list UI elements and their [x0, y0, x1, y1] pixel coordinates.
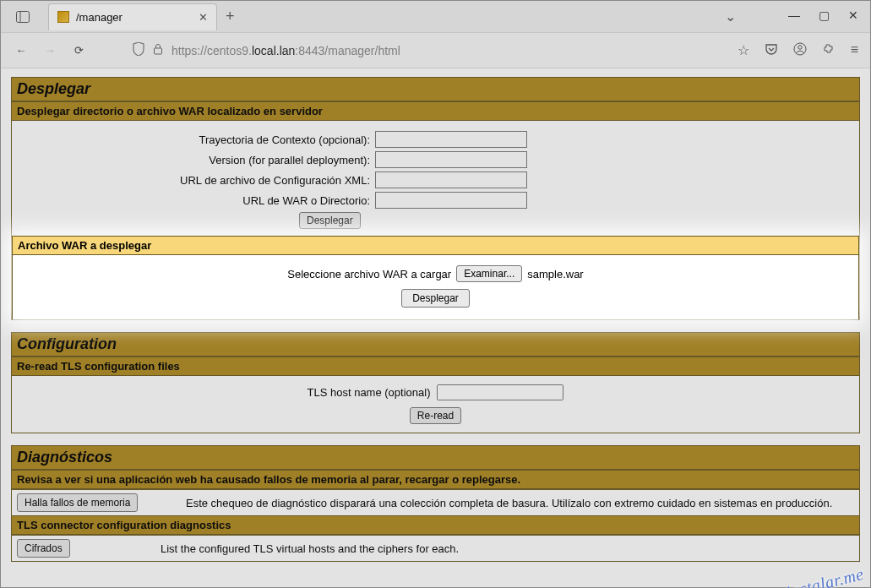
cipher-description: List the configured TLS virtual hosts an… — [155, 536, 859, 562]
svg-rect-0 — [17, 11, 30, 22]
find-leaks-button[interactable]: Halla fallos de memoria — [17, 493, 138, 512]
deploy-server-form: Trayectoria de Contexto (opcional): Vers… — [12, 121, 859, 236]
shield-icon — [133, 42, 144, 58]
war-upload-section: Archivo WAR a desplegar Seleccione archi… — [12, 236, 859, 319]
deploy-panel: Desplegar Desplegar directorio o archivo… — [11, 77, 860, 320]
reload-button[interactable]: ⟳ — [70, 44, 87, 57]
version-label: Version (for parallel deployment): — [20, 154, 375, 166]
new-tab-button[interactable]: + — [226, 8, 235, 25]
diag-sub1: Revisa a ver si una aplicación web ha ca… — [12, 470, 859, 489]
address-bar[interactable]: https://centos9.local.lan:8443/manager/h… — [133, 42, 400, 58]
table-row: Cifrados List the configured TLS virtual… — [12, 536, 859, 562]
tab-close-icon[interactable]: ✕ — [199, 11, 208, 24]
browser-window: /manager ✕ + ⌄ — ▢ ✕ ← → ⟳ https://cento… — [0, 0, 871, 588]
tls-host-input[interactable] — [437, 384, 563, 400]
context-path-label: Trayectoria de Contexto (opcional): — [20, 133, 375, 146]
page-content: Desplegar Desplegar directorio o archivo… — [1, 68, 870, 587]
maximize-button[interactable]: ▢ — [819, 8, 830, 24]
menu-icon[interactable]: ≡ — [851, 42, 858, 59]
tls-host-label: TLS host name (optional) — [308, 386, 431, 399]
back-button[interactable]: ← — [13, 44, 30, 57]
diag-sub2: TLS connector configuration diagnostics — [12, 515, 859, 535]
lock-icon — [153, 43, 163, 57]
forward-button[interactable]: → — [41, 44, 58, 57]
diag-table-2: Cifrados List the configured TLS virtual… — [12, 535, 859, 561]
diag-title: Diagnósticos — [12, 446, 859, 470]
deploy-server-subtitle: Desplegar directorio o archivo WAR local… — [12, 101, 859, 121]
close-window-button[interactable]: ✕ — [848, 8, 858, 24]
sidebar-toggle-icon[interactable] — [13, 7, 33, 27]
svg-point-4 — [798, 45, 801, 48]
diagnostics-panel: Diagnósticos Revisa a ver si una aplicac… — [11, 445, 860, 562]
war-select-label: Seleccione archivo WAR a cargar — [287, 268, 451, 280]
config-panel: Configuration Re-read TLS configuration … — [11, 332, 860, 433]
reread-button[interactable]: Re-read — [410, 407, 461, 424]
xml-url-input[interactable] — [375, 172, 527, 188]
titlebar: /manager ✕ + ⌄ — ▢ ✕ — [1, 1, 870, 33]
tab-favicon-icon — [57, 11, 69, 23]
browse-button[interactable]: Examinar... — [456, 265, 522, 282]
browser-tab[interactable]: /manager ✕ — [48, 3, 217, 30]
extensions-icon[interactable] — [822, 42, 836, 59]
tab-title: /manager — [76, 11, 122, 24]
config-subtitle: Re-read TLS configuration files — [12, 357, 859, 376]
context-path-input[interactable] — [375, 131, 527, 148]
selected-file-name: sample.war — [527, 268, 583, 280]
svg-rect-2 — [155, 48, 162, 54]
tab-overflow-icon[interactable]: ⌄ — [725, 8, 736, 24]
window-controls: ⌄ — ▢ ✕ — [725, 8, 870, 24]
leak-description: Este chequeo de diagnóstico disparará un… — [181, 490, 859, 516]
war-url-input[interactable] — [375, 192, 527, 209]
deploy-war-button[interactable]: Desplegar — [401, 289, 470, 308]
account-icon[interactable] — [793, 42, 807, 59]
minimize-button[interactable]: — — [788, 8, 800, 24]
url-text: https://centos9.local.lan:8443/manager/h… — [171, 44, 400, 57]
pocket-icon[interactable] — [765, 42, 778, 59]
table-row: Halla fallos de memoria Este chequeo de … — [12, 490, 859, 516]
bookmark-star-icon[interactable]: ☆ — [738, 42, 749, 59]
xml-url-label: URL de archivo de Configuración XML: — [20, 174, 375, 187]
ciphers-button[interactable]: Cifrados — [17, 539, 70, 558]
version-input[interactable] — [375, 151, 527, 168]
deploy-server-button[interactable]: Desplegar — [299, 212, 361, 229]
deploy-title: Desplegar — [12, 78, 859, 101]
config-title: Configuration — [12, 333, 859, 357]
url-toolbar: ← → ⟳ https://centos9.local.lan:8443/man… — [1, 33, 870, 68]
war-upload-subtitle: Archivo WAR a desplegar — [13, 236, 858, 255]
diag-table: Halla fallos de memoria Este chequeo de … — [12, 489, 859, 515]
war-url-label: URL de WAR o Directorio: — [20, 194, 375, 207]
